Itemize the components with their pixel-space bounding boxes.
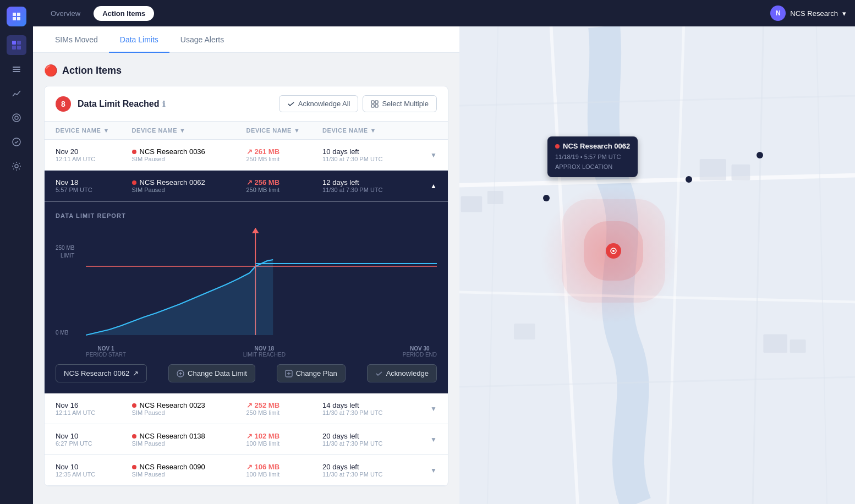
days-date: 11/30 at 7:30 PM UTC — [322, 440, 382, 447]
tab-usage-alerts[interactable]: Usage Alerts — [169, 26, 235, 53]
tooltip-name: NCS Research 0062 — [555, 142, 630, 150]
card-header: 8 Data Limit Reached ℹ Acknowledge All — [45, 86, 448, 122]
table-header: DEVICE NAME ▼ DEVICE NAME ▼ DEVICE NAME … — [45, 122, 448, 140]
sim-status-dot — [132, 403, 136, 408]
row-time: 6:27 PM UTC — [56, 440, 132, 447]
days-date: 11/30 at 7:30 PM UTC — [322, 471, 382, 478]
usage-value: ↗ 256 MB — [246, 178, 323, 187]
row-date: Nov 10 — [56, 463, 132, 471]
chart-y-label-bottom: 0 MB — [56, 330, 68, 336]
map-background: NCS Research 0062 11/18/19 • 5:57 PM UTC… — [459, 26, 855, 504]
sidebar-icon-check[interactable] — [7, 132, 26, 152]
svg-rect-5 — [13, 69, 20, 70]
svg-marker-18 — [86, 260, 273, 335]
map-dot — [757, 152, 763, 158]
section-title: 🔴 Action Items — [44, 64, 448, 77]
select-multiple-button[interactable]: Select Multiple — [363, 95, 437, 112]
x-label-start: NOV 1 PERIOD START — [86, 346, 126, 358]
data-limits-card: 8 Data Limit Reached ℹ Acknowledge All — [44, 86, 448, 486]
svg-rect-38 — [700, 159, 726, 180]
sim-status-dot — [132, 434, 136, 439]
map-tooltip: NCS Research 0062 11/18/19 • 5:57 PM UTC… — [547, 136, 638, 177]
usage-value: ↗ 252 MB — [246, 401, 323, 409]
usage-limit: 100 MB limit — [246, 440, 323, 447]
data-limit-chart: 250 MB LIMIT — [56, 228, 437, 338]
sim-status-dot — [132, 180, 136, 185]
change-plan-label: Change Plan — [296, 369, 337, 377]
tab-data-limits[interactable]: Data Limits — [109, 26, 169, 53]
chevron-down-icon: ▼ — [430, 405, 437, 413]
sidebar-icon-gear[interactable] — [7, 156, 26, 176]
sim-name: NCS Research 0062 — [132, 178, 246, 187]
row-date: Nov 10 — [56, 432, 132, 440]
change-plan-button[interactable]: Change Plan — [277, 364, 346, 382]
top-nav: Overview Action Items N NCS Research ▾ — [33, 0, 855, 26]
tab-action-items[interactable]: Action Items — [94, 6, 154, 21]
usage-value: ↗ 261 MB — [246, 147, 323, 156]
table-row-expanded[interactable]: Nov 18 5:57 PM UTC NCS Research 0062 SIM… — [45, 171, 448, 201]
days-left: 14 days left — [322, 401, 382, 409]
map-dot — [543, 195, 550, 201]
sidebar-icon-chart[interactable] — [7, 84, 26, 103]
row-date: Nov 16 — [56, 401, 132, 409]
svg-rect-39 — [732, 165, 750, 180]
sim-name: NCS Research 0090 — [132, 463, 246, 471]
section-title-text: Action Items — [62, 65, 122, 76]
row-time: 12:11 AM UTC — [56, 156, 132, 162]
chart-x-labels: NOV 1 PERIOD START NOV 18 LIMIT REACHED … — [56, 342, 437, 358]
row-time: 12:35 AM UTC — [56, 471, 132, 478]
usage-limit: 250 MB limit — [246, 409, 323, 416]
chevron-up-icon: ▲ — [430, 182, 437, 190]
svg-rect-11 — [371, 101, 374, 103]
usage-value: ↗ 106 MB — [246, 463, 323, 471]
tooltip-dot — [555, 144, 560, 149]
fire-icon: 🔴 — [44, 64, 58, 77]
report-title: DATA LIMIT REPORT — [56, 212, 437, 219]
alert-count-badge: 8 — [56, 96, 71, 112]
usage-limit: 250 MB limit — [246, 156, 323, 162]
svg-rect-36 — [461, 196, 483, 212]
chevron-down-icon: ▾ — [842, 9, 846, 18]
acknowledge-all-label: Acknowledge All — [298, 100, 350, 108]
days-left: 10 days left — [322, 147, 382, 156]
map-pin-main[interactable] — [606, 243, 621, 259]
row-time: 12:11 AM UTC — [56, 409, 132, 416]
main-area: Overview Action Items N NCS Research ▾ S… — [33, 0, 855, 504]
acknowledge-all-button[interactable]: Acknowledge All — [279, 95, 359, 112]
app-logo[interactable] — [7, 7, 26, 26]
select-multiple-label: Select Multiple — [382, 100, 429, 108]
days-date: 11/30 at 7:30 PM UTC — [322, 187, 382, 193]
user-name: NCS Research — [790, 9, 838, 18]
svg-point-8 — [15, 116, 18, 119]
table-row[interactable]: Nov 10 12:35 AM UTC NCS Research 0090 SI… — [45, 455, 448, 486]
sidebar-icon-layers[interactable] — [7, 59, 26, 79]
days-date: 11/30 at 7:30 PM UTC — [322, 409, 382, 416]
table-row[interactable]: Nov 20 12:11 AM UTC NCS Research 0036 SI… — [45, 140, 448, 171]
svg-point-7 — [13, 114, 20, 122]
device-link-button[interactable]: NCS Research 0062 ↗ — [56, 364, 147, 382]
tab-overview[interactable]: Overview — [42, 6, 89, 21]
svg-point-10 — [15, 165, 18, 168]
change-data-limit-button[interactable]: Change Data Limit — [168, 364, 255, 382]
sidebar-icon-camera[interactable] — [7, 108, 26, 128]
map-dot — [686, 176, 692, 183]
svg-rect-42 — [514, 324, 535, 339]
map-area: NCS Research 0062 11/18/19 • 5:57 PM UTC… — [459, 26, 855, 504]
sim-name: NCS Research 0036 — [132, 147, 246, 156]
sim-name: NCS Research 0023 — [132, 401, 246, 409]
sim-status: SIM Paused — [132, 471, 246, 478]
col-header-1: DEVICE NAME ▼ — [132, 127, 246, 134]
user-area[interactable]: N NCS Research ▾ — [770, 6, 846, 21]
chart-y-label-top: 250 MB LIMIT — [56, 244, 74, 260]
sidebar-icon-grid[interactable] — [7, 35, 26, 55]
svg-rect-13 — [371, 105, 374, 107]
table-row[interactable]: Nov 10 6:27 PM UTC NCS Research 0138 SIM… — [45, 424, 448, 455]
nav-tabs: Overview Action Items — [42, 6, 154, 21]
sim-status-dot — [132, 150, 136, 154]
col-header-2: DEVICE NAME ▼ — [246, 127, 323, 134]
days-date: 11/30 at 7:30 PM UTC — [322, 156, 382, 162]
table-row[interactable]: Nov 16 12:11 AM UTC NCS Research 0023 SI… — [45, 393, 448, 424]
tab-sims-moved[interactable]: SIMs Moved — [44, 26, 109, 53]
acknowledge-button[interactable]: Acknowledge — [367, 364, 437, 382]
sim-status: SIM Paused — [132, 440, 246, 447]
